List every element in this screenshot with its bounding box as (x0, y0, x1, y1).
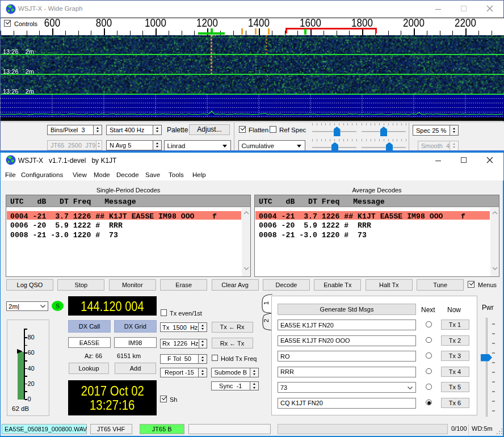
svg-text:1: 1 (263, 301, 270, 305)
svg-text:2: 2 (263, 319, 270, 322)
